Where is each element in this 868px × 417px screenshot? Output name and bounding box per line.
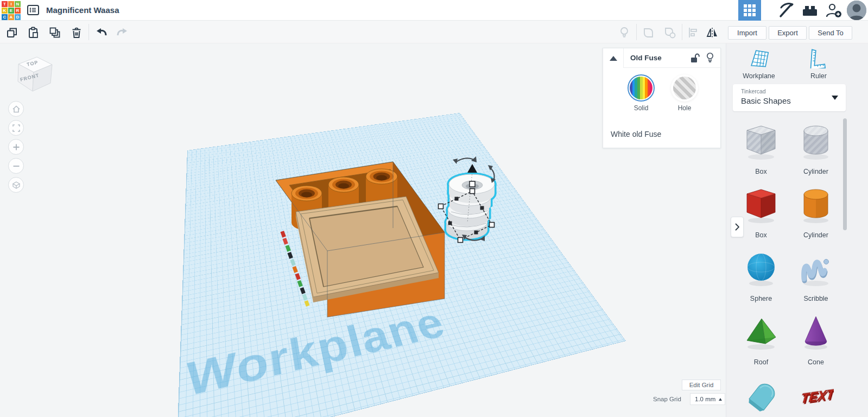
view-cube[interactable]: TOP FRONT bbox=[8, 48, 60, 100]
cylinder-striped-icon bbox=[798, 123, 834, 161]
solid-color-icon bbox=[630, 77, 652, 99]
workplane-tool[interactable]: Workplane bbox=[733, 48, 785, 80]
zoom-in-button[interactable] bbox=[8, 139, 24, 155]
redo-icon bbox=[116, 26, 129, 39]
import-button[interactable]: Import bbox=[728, 26, 766, 40]
shape-cylinder-transparent[interactable]: Cylinder bbox=[789, 123, 843, 175]
tinkercad-logo[interactable]: T I N K E R C A D bbox=[2, 1, 21, 20]
logo-letter: N bbox=[15, 1, 21, 7]
shape-scribble[interactable]: Scribble bbox=[789, 250, 843, 302]
shape-library-dropdown[interactable]: Tinkercad Basic Shapes bbox=[733, 84, 846, 111]
fuse-box-model[interactable] bbox=[276, 162, 445, 317]
solid-label: Solid bbox=[627, 104, 655, 112]
perspective-cube-icon bbox=[11, 180, 21, 190]
lightbulb-icon bbox=[706, 52, 714, 63]
shape-label: Scribble bbox=[789, 295, 843, 302]
flip-button[interactable] bbox=[706, 26, 719, 39]
box-red-icon bbox=[743, 186, 779, 224]
raise-handle[interactable] bbox=[467, 164, 477, 173]
shape-round-roof[interactable] bbox=[734, 377, 788, 416]
brick-export-button[interactable] bbox=[799, 0, 821, 21]
shape-label: Roof bbox=[734, 358, 788, 366]
trash-icon bbox=[70, 26, 83, 39]
solid-swatch[interactable]: Solid bbox=[627, 77, 655, 112]
shape-cylinder[interactable]: Cylinder bbox=[789, 186, 843, 239]
ruler-tool[interactable]: Ruler bbox=[793, 48, 845, 80]
edit-grid-button[interactable]: Edit Grid bbox=[682, 380, 721, 390]
workplane-tool-label: Workplane bbox=[733, 72, 785, 80]
ruler-tool-icon bbox=[807, 48, 830, 68]
invite-collaborator-button[interactable] bbox=[823, 0, 845, 21]
design-title: Magnificent Waasa bbox=[46, 5, 119, 15]
lightbulb-icon bbox=[618, 26, 631, 39]
logo-letter: K bbox=[2, 8, 8, 14]
hole-pattern-icon bbox=[673, 77, 696, 99]
duplicate-button[interactable] bbox=[48, 26, 61, 39]
show-all-button[interactable] bbox=[618, 26, 631, 39]
pickaxe-icon bbox=[777, 2, 795, 19]
align-icon bbox=[686, 26, 699, 39]
toolbar-divider bbox=[636, 24, 637, 40]
group-button[interactable] bbox=[642, 26, 655, 39]
copy-button[interactable] bbox=[5, 26, 18, 39]
panel-scrollbar[interactable] bbox=[843, 118, 847, 230]
viewport-canvas[interactable]: Workplane bbox=[0, 43, 726, 417]
shape-inspector: Old Fuse Solid bbox=[603, 48, 721, 148]
shape-label: Cylinder bbox=[789, 168, 843, 175]
box-striped-icon bbox=[743, 123, 779, 161]
undo-button[interactable] bbox=[95, 26, 108, 39]
top-bar: T I N K E R C A D Magnificent Waasa bbox=[0, 0, 868, 21]
inspector-title: Old Fuse bbox=[630, 54, 662, 62]
view-controls bbox=[8, 101, 24, 196]
fit-view-button[interactable] bbox=[8, 120, 24, 136]
paste-icon bbox=[27, 26, 40, 39]
logo-letter: E bbox=[8, 8, 14, 14]
shape-roof[interactable]: Roof bbox=[734, 313, 788, 366]
account-avatar[interactable] bbox=[847, 1, 866, 20]
shape-cone[interactable]: Cone bbox=[789, 313, 843, 366]
export-button[interactable]: Export bbox=[769, 26, 807, 40]
snap-grid-select[interactable]: 1.0 mm bbox=[690, 393, 725, 405]
shape-text[interactable]: TEXT TEXT bbox=[789, 377, 843, 416]
align-button[interactable] bbox=[686, 26, 699, 39]
zoom-out-button[interactable] bbox=[8, 158, 24, 174]
group-icon bbox=[642, 26, 655, 39]
undo-icon bbox=[95, 26, 108, 39]
ungroup-button[interactable] bbox=[663, 26, 676, 39]
delete-button[interactable] bbox=[70, 26, 83, 39]
inspector-header: Old Fuse bbox=[603, 48, 720, 68]
home-icon bbox=[11, 104, 21, 114]
lock-button[interactable] bbox=[689, 53, 701, 64]
dashboard-button[interactable] bbox=[738, 0, 761, 21]
person-add-icon bbox=[825, 2, 842, 18]
scribble-icon bbox=[798, 250, 834, 288]
text-shape-icon: TEXT TEXT bbox=[798, 377, 834, 415]
edit-toolbar: Import Export Send To bbox=[0, 21, 868, 43]
round-roof-icon bbox=[743, 377, 779, 415]
shape-sphere[interactable]: Sphere bbox=[734, 250, 788, 302]
perspective-toggle-button[interactable] bbox=[8, 177, 24, 193]
send-to-button[interactable]: Send To bbox=[809, 26, 852, 40]
shape-label: Cylinder bbox=[789, 231, 843, 239]
panel-collapse-tab[interactable] bbox=[731, 217, 744, 237]
inspector-collapse-button[interactable] bbox=[603, 48, 624, 68]
fit-view-icon bbox=[11, 123, 21, 133]
hide-shape-button[interactable] bbox=[704, 52, 716, 64]
paste-button[interactable] bbox=[27, 26, 40, 39]
redo-button[interactable] bbox=[116, 26, 129, 39]
chevron-down-icon bbox=[832, 96, 838, 100]
home-view-button[interactable] bbox=[8, 101, 24, 117]
minecraft-export-button[interactable] bbox=[775, 0, 797, 21]
library-selected-value: Basic Shapes bbox=[741, 96, 791, 105]
hole-swatch[interactable]: Hole bbox=[670, 77, 699, 112]
logo-letter: C bbox=[2, 14, 8, 20]
logo-letter: T bbox=[2, 1, 8, 7]
toolbar-divider bbox=[682, 24, 682, 40]
brick-icon bbox=[801, 3, 819, 18]
shape-box-transparent[interactable]: Box bbox=[734, 123, 788, 175]
shape-label: Sphere bbox=[734, 295, 788, 302]
list-icon bbox=[27, 5, 39, 15]
height-scale-handle[interactable] bbox=[470, 181, 475, 187]
ungroup-icon bbox=[663, 26, 676, 39]
design-properties-button[interactable] bbox=[27, 5, 40, 16]
